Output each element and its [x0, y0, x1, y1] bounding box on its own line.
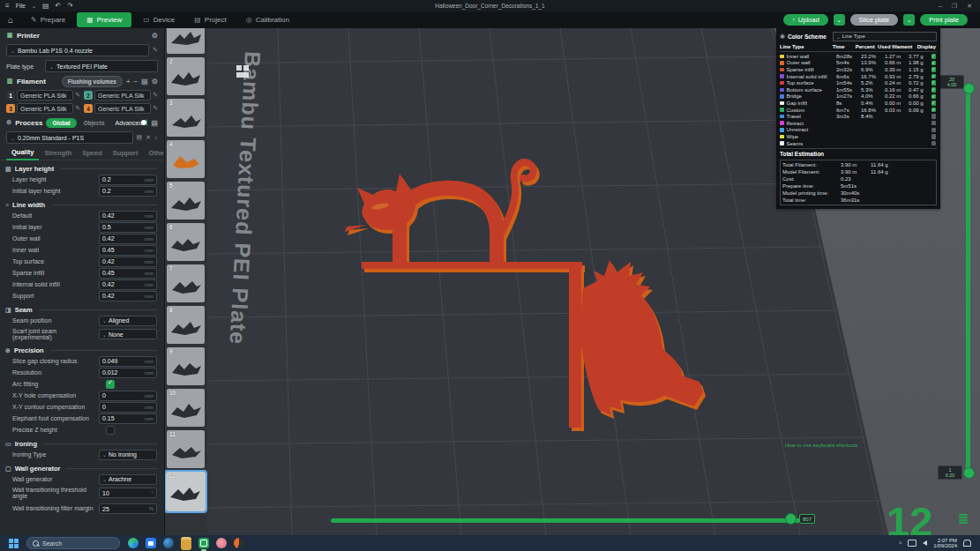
seam-position-select[interactable]: ⌄Aligned — [99, 316, 157, 326]
elephant-foot-compensation-input[interactable]: 0.15mm — [99, 413, 157, 424]
display-checkbox[interactable] — [931, 114, 937, 119]
search-preset-icon[interactable]: ⌕ — [154, 134, 158, 141]
plate-thumbnail-11[interactable]: 11 — [167, 430, 205, 468]
flushing-volumes-button[interactable]: Flushing volumes — [62, 76, 123, 87]
process-global-toggle[interactable]: Global — [46, 118, 76, 128]
precise-z-height-checkbox[interactable] — [106, 426, 115, 435]
move-slider-handle[interactable] — [785, 513, 797, 525]
display-checkbox[interactable] — [931, 67, 937, 72]
advanced-toggle[interactable] — [146, 119, 148, 126]
layer-slider-bottom-handle[interactable] — [963, 467, 975, 479]
layer-slider-top-handle[interactable] — [963, 83, 975, 94]
print-plate-button[interactable]: Print plate — [920, 14, 968, 26]
initial-layer-height-input[interactable]: 0.2mm — [99, 186, 157, 197]
tab-support[interactable]: Support — [108, 146, 144, 160]
hamburger-menu-icon[interactable]: ≡ — [5, 3, 10, 10]
save-icon[interactable]: ▤ — [42, 3, 49, 10]
plate-thumbnail-5[interactable]: 5 — [167, 182, 205, 220]
redo-icon[interactable]: ↷ — [67, 3, 73, 10]
scarf-joint-seam-select[interactable]: ⌄None — [99, 329, 157, 339]
plate-thumbnail-4[interactable]: 4 — [167, 140, 205, 178]
slice-dropdown-button[interactable]: ⌄ — [834, 14, 845, 26]
display-checkbox[interactable] — [931, 74, 937, 79]
filament-edit-icon[interactable]: ✎ — [153, 105, 158, 112]
tab-project[interactable]: ▤ Project — [184, 11, 236, 28]
keyboard-shortcuts-link[interactable]: How to use keyboard shortcuts — [785, 443, 857, 448]
display-checkbox[interactable] — [931, 134, 937, 139]
plate-thumbnail-12[interactable]: 12 — [166, 472, 206, 511]
display-icon[interactable] — [908, 540, 916, 547]
line-width-sparse-infill-input[interactable]: 0.45mm — [99, 268, 157, 279]
wall-transitioning-filter-margin-input[interactable]: 25% — [99, 503, 157, 514]
microsoft-store-icon[interactable] — [146, 538, 156, 548]
line-width-inner-wall-input[interactable]: 0.45mm — [99, 245, 157, 256]
filament-slot-4[interactable]: 4 Generic PLA Silk ✎ — [84, 103, 158, 114]
xy-contour-compensation-input[interactable]: 0mm — [99, 402, 157, 413]
filament-slot-3[interactable]: 3 Generic PLA Silk ✎ — [6, 103, 80, 114]
process-objects-toggle[interactable]: Objects — [80, 120, 108, 126]
tab-speed[interactable]: Speed — [77, 146, 108, 160]
tab-others[interactable]: Others — [144, 146, 165, 160]
delete-preset-icon[interactable]: ✕ — [146, 134, 151, 141]
tab-device[interactable]: ▭ Device — [133, 11, 184, 28]
filament-slot-1[interactable]: 1 Generic PLA Silk ✎ — [6, 90, 80, 101]
display-checkbox[interactable] — [931, 141, 937, 146]
taskbar-search-input[interactable]: Search — [26, 537, 120, 549]
slice-gap-closing-radius-input[interactable]: 0.049mm — [99, 356, 157, 367]
layers-icon[interactable] — [959, 514, 968, 524]
layer-slider[interactable] — [966, 88, 970, 473]
home-icon[interactable]: ⌂ — [0, 15, 21, 25]
tab-prepare[interactable]: ✎ Prepare — [21, 11, 75, 28]
tab-calibration[interactable]: ◎ Calibration — [236, 11, 299, 28]
clock[interactable]: 2:07 PM 1/09/2024 — [933, 538, 957, 549]
start-button[interactable] — [9, 539, 19, 548]
printer-select[interactable]: ⌄ Bambu Lab P1S 0.4 nozzle — [6, 44, 149, 56]
printer-settings-gear-icon[interactable]: ⚙ — [152, 32, 158, 40]
wall-generator-select[interactable]: ⌄Arachne — [99, 474, 157, 485]
display-checkbox[interactable] — [931, 128, 937, 133]
plate-type-select[interactable]: ⌄ Textured PEI Plate — [45, 60, 158, 72]
tray-expand-icon[interactable]: ^ — [899, 540, 901, 547]
line-width-initial-layer-input[interactable]: 0.5mm — [99, 222, 157, 233]
bambu-studio-icon[interactable] — [198, 538, 209, 548]
compare-preset-icon[interactable]: ▤ — [151, 119, 158, 127]
printer-edit-icon[interactable]: ✎ — [153, 47, 158, 54]
app-icon-2[interactable] — [216, 538, 227, 548]
save-preset-icon[interactable]: ▤ — [137, 134, 143, 141]
plate-thumbnail-2[interactable]: 2 — [167, 57, 205, 95]
upload-button[interactable]: ↑ Upload — [783, 14, 828, 26]
edge-browser-icon[interactable] — [128, 538, 138, 548]
pin-icon[interactable]: ◉ — [780, 33, 785, 40]
line-width-outer-wall-input[interactable]: 0.42mm — [99, 234, 157, 244]
plate-thumbnail-10[interactable]: 10 — [167, 389, 205, 427]
move-slider[interactable] — [331, 518, 800, 523]
undo-icon[interactable]: ↶ — [56, 3, 62, 10]
sliced-model[interactable] — [340, 112, 728, 447]
display-checkbox[interactable] — [931, 87, 937, 93]
tab-quality[interactable]: Quality — [6, 145, 39, 160]
arc-fitting-checkbox[interactable] — [106, 380, 115, 389]
resolution-input[interactable]: 0.012mm — [99, 368, 157, 378]
tab-strength[interactable]: Strength — [39, 146, 77, 160]
process-preset-select[interactable]: ⌄ 0.20mm Standard - P1S — [6, 131, 133, 144]
file-menu[interactable]: File — [16, 3, 26, 9]
layer-height-input[interactable]: 0.2mm — [99, 175, 157, 185]
tab-preview[interactable]: ▦ Preview — [77, 12, 131, 27]
ams-icon[interactable]: ▤ — [141, 78, 148, 86]
filament-edit-icon[interactable]: ✎ — [75, 105, 80, 112]
line-width-support-input[interactable]: 0.42mm — [99, 291, 157, 302]
display-checkbox[interactable] — [931, 61, 937, 66]
display-checkbox[interactable] — [931, 94, 937, 100]
display-checkbox[interactable] — [931, 108, 937, 113]
display-checkbox[interactable] — [931, 54, 937, 59]
notification-bell-icon[interactable] — [963, 540, 971, 547]
display-checkbox[interactable] — [931, 80, 937, 86]
wall-transitioning-threshold-angle-input[interactable]: 10° — [99, 488, 157, 498]
brave-browser-icon[interactable] — [234, 538, 244, 548]
add-filament-button[interactable]: + — [126, 78, 131, 86]
plate-thumbnail-9[interactable]: 9 — [167, 347, 205, 385]
line-width-internal-solid-input[interactable]: 0.42mm — [99, 279, 157, 290]
filament-edit-icon[interactable]: ✎ — [153, 92, 158, 99]
plate-thumbnail-7[interactable]: 7 — [167, 264, 205, 302]
speaker-icon[interactable] — [923, 540, 927, 546]
